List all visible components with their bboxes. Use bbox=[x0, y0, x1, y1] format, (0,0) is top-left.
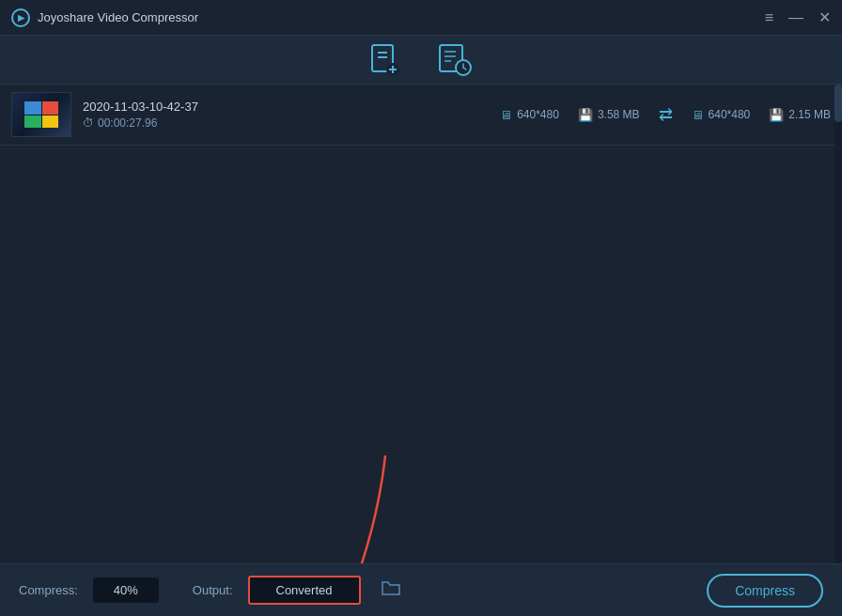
output-label: Output: bbox=[193, 583, 233, 597]
task-history-button[interactable] bbox=[438, 43, 472, 77]
scrollbar-thumb[interactable] bbox=[834, 85, 842, 122]
open-folder-icon[interactable] bbox=[382, 579, 400, 601]
file-row: 2020-11-03-10-42-37 ⏱ 00:00:27.96 🖥 640*… bbox=[0, 85, 842, 146]
output-resolution-value: 640*480 bbox=[709, 108, 751, 121]
compress-button[interactable]: Compress bbox=[707, 574, 823, 608]
file-info: 2020-11-03-10-42-37 ⏱ 00:00:27.96 bbox=[83, 100, 489, 130]
file-thumbnail bbox=[11, 92, 71, 137]
source-resolution-value: 640*480 bbox=[517, 108, 559, 121]
clock-icon: ⏱ bbox=[83, 116, 94, 130]
title-bar: ▶ Joyoshare Video Compressor ≡ — ✕ bbox=[0, 0, 842, 36]
scrollbar-track[interactable] bbox=[834, 85, 842, 563]
toolbar bbox=[0, 36, 842, 85]
app-title: Joyoshare Video Compressor bbox=[38, 10, 198, 24]
close-button[interactable]: ✕ bbox=[819, 8, 831, 26]
file-duration: ⏱ 00:00:27.96 bbox=[83, 116, 489, 130]
menu-button[interactable]: ≡ bbox=[765, 9, 773, 26]
output-monitor-icon: 🖥 bbox=[692, 108, 704, 122]
output-size-icon: 💾 bbox=[769, 108, 784, 122]
monitor-icon: 🖥 bbox=[500, 108, 512, 122]
bottom-bar: Compress: 40% Output: Converted Compress bbox=[0, 563, 842, 616]
output-resolution: 🖥 640*480 bbox=[692, 108, 751, 122]
thumb-windows-logo bbox=[24, 101, 58, 128]
source-size-value: 3.58 MB bbox=[598, 108, 640, 121]
compress-value[interactable]: 40% bbox=[93, 578, 159, 603]
source-size: 💾 3.58 MB bbox=[578, 108, 640, 122]
app-logo-icon: ▶ bbox=[11, 8, 30, 27]
output-size-value: 2.15 MB bbox=[788, 108, 831, 121]
title-bar-left: ▶ Joyoshare Video Compressor bbox=[11, 8, 198, 27]
output-size: 💾 2.15 MB bbox=[769, 108, 831, 122]
duration-value: 00:00:27.96 bbox=[98, 116, 157, 130]
source-resolution: 🖥 640*480 bbox=[500, 108, 559, 122]
file-size-icon: 💾 bbox=[578, 108, 593, 122]
compress-label: Compress: bbox=[19, 583, 78, 597]
file-stats: 🖥 640*480 💾 3.58 MB ⇄ 🖥 640*480 💾 2.15 M… bbox=[500, 104, 831, 125]
minimize-button[interactable]: — bbox=[788, 9, 803, 26]
task-history-icon bbox=[438, 43, 472, 77]
add-file-icon bbox=[370, 43, 400, 77]
add-file-button[interactable] bbox=[370, 43, 400, 77]
transfer-arrow-icon: ⇄ bbox=[659, 104, 673, 125]
file-name: 2020-11-03-10-42-37 bbox=[83, 100, 489, 114]
output-value[interactable]: Converted bbox=[248, 576, 361, 605]
window-controls: ≡ — ✕ bbox=[765, 8, 831, 26]
main-content-area bbox=[0, 146, 842, 563]
thumb-preview bbox=[12, 93, 70, 136]
